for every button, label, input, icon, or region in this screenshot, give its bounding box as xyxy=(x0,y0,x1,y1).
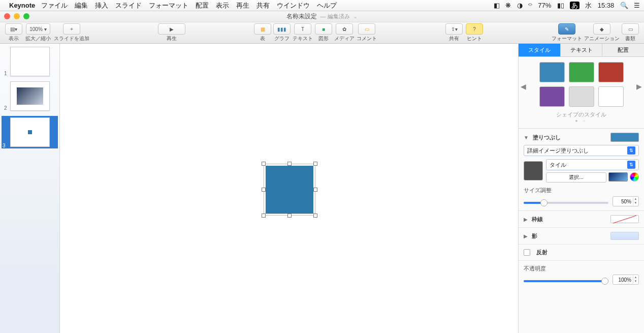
menu-file[interactable]: ファイル xyxy=(41,1,68,10)
stepper-icon[interactable]: ▲▼ xyxy=(633,276,638,284)
battery-percent[interactable]: 77% xyxy=(538,2,551,9)
status-icon-2[interactable]: ❋ xyxy=(505,2,511,9)
tile-dropdown[interactable]: タイル ⇅ xyxy=(546,159,639,170)
zoom-button[interactable]: 100%▾ 拡大／縮小 xyxy=(25,23,51,42)
size-adjust-label: サイズ調整 xyxy=(524,187,639,194)
battery-icon[interactable]: ▮▯ xyxy=(557,2,564,9)
style-swatch-6[interactable] xyxy=(598,86,624,107)
window-title[interactable]: 名称未設定 xyxy=(286,12,317,21)
disclosure-triangle-icon[interactable]: ▶ xyxy=(524,233,528,239)
diamond-icon: ◆ xyxy=(600,26,604,32)
tab-style[interactable]: スタイル xyxy=(519,44,561,56)
media-button[interactable]: ✿メディア xyxy=(334,23,355,42)
style-swatch-4[interactable] xyxy=(539,86,565,107)
status-icon-3[interactable]: ◑ xyxy=(517,2,523,9)
menu-insert[interactable]: 挿入 xyxy=(95,1,108,10)
chart-button[interactable]: ▮▮▮グラフ xyxy=(273,23,291,42)
text-button[interactable]: Tテキスト xyxy=(293,23,313,42)
shadow-preview[interactable] xyxy=(610,232,639,240)
document-inspector-button[interactable]: ▭書類 xyxy=(622,23,639,42)
slide-navigator[interactable]: 1 2 3 xyxy=(0,44,60,333)
app-menu[interactable]: Keynote xyxy=(9,2,35,9)
spotlight-icon[interactable]: 🔍 xyxy=(620,2,628,9)
tint-color-well[interactable] xyxy=(608,172,628,181)
comment-label: コメント xyxy=(357,35,377,42)
resize-handle-s[interactable] xyxy=(287,214,292,218)
title-dropdown-icon[interactable]: ⌄ xyxy=(353,13,358,20)
menu-slide[interactable]: スライド xyxy=(115,1,142,10)
menu-arrange[interactable]: 配置 xyxy=(196,1,209,10)
menu-format[interactable]: フォーマット xyxy=(149,1,188,10)
window-titlebar: 名称未設定 — 編集済み ⌄ xyxy=(0,11,644,22)
style-swatch-5[interactable] xyxy=(569,86,594,107)
slide-thumbnail-3[interactable]: 3 xyxy=(2,116,58,148)
style-swatch-1[interactable] xyxy=(539,62,565,82)
shape-button[interactable]: ■図形 xyxy=(315,23,332,42)
slide-thumbnail-2[interactable]: 2 xyxy=(3,81,56,111)
resize-handle-sw[interactable] xyxy=(262,214,266,218)
shape-icon: ■ xyxy=(322,26,325,32)
share-button[interactable]: ⇪▾共有 xyxy=(445,23,463,42)
status-icon-1[interactable]: ◧ xyxy=(494,2,500,9)
menu-help[interactable]: ヘルプ xyxy=(317,1,337,10)
disclosure-triangle-icon[interactable]: ▼ xyxy=(524,135,529,140)
slide-canvas[interactable] xyxy=(60,44,518,333)
view-button[interactable]: ▤▾ 表示 xyxy=(5,23,22,42)
border-preview[interactable] xyxy=(610,215,639,223)
slide-number: 1 xyxy=(4,71,7,76)
zoom-button[interactable] xyxy=(23,13,29,19)
resize-handle-n[interactable] xyxy=(287,162,292,166)
menu-play[interactable]: 再生 xyxy=(236,1,249,10)
size-value-field[interactable]: 50% ▲▼ xyxy=(613,196,639,206)
opacity-value-field[interactable]: 100% ▲▼ xyxy=(613,275,639,285)
control-center-icon[interactable]: ☰ xyxy=(634,2,640,9)
hint-label: ヒント xyxy=(467,35,482,42)
format-inspector-button[interactable]: ✎フォーマット xyxy=(552,23,582,42)
comment-button[interactable]: ▭コメント xyxy=(357,23,377,42)
window-edited-label: — 編集済み xyxy=(320,13,349,20)
style-swatch-2[interactable] xyxy=(569,62,594,82)
animate-inspector-button[interactable]: ◆アニメーション xyxy=(584,23,620,42)
disclosure-triangle-icon[interactable]: ▶ xyxy=(524,217,528,222)
menu-share[interactable]: 共有 xyxy=(256,1,270,10)
hint-icon: ? xyxy=(473,26,476,32)
slide-thumbnail-1[interactable]: 1 xyxy=(3,47,56,76)
stepper-icon[interactable]: ▲▼ xyxy=(633,197,638,205)
texture-well[interactable] xyxy=(524,161,543,180)
menu-view[interactable]: 表示 xyxy=(216,1,229,10)
table-button[interactable]: ▦表 xyxy=(254,23,271,42)
clock-day[interactable]: 水 xyxy=(585,2,592,9)
resize-handle-nw[interactable] xyxy=(262,162,266,166)
reflection-checkbox[interactable] xyxy=(524,249,530,256)
tab-text[interactable]: テキスト xyxy=(561,44,603,56)
style-swatch-3[interactable] xyxy=(598,62,624,82)
play-button[interactable]: ▶ 再生 xyxy=(158,23,185,42)
resize-handle-se[interactable] xyxy=(313,214,317,218)
document-label: 書類 xyxy=(625,35,635,42)
wifi-icon[interactable]: ⌔ xyxy=(528,2,532,9)
hint-button[interactable]: ?ヒント xyxy=(466,23,483,42)
fill-type-dropdown[interactable]: 詳細イメージ塗りつぶし ⇅ xyxy=(524,145,639,156)
close-button[interactable] xyxy=(4,13,10,19)
add-slide-button[interactable]: ＋ スライドを追加 xyxy=(54,23,89,42)
tab-arrange[interactable]: 配置 xyxy=(602,44,644,56)
fill-color-well[interactable] xyxy=(610,133,639,142)
selected-shape[interactable] xyxy=(266,166,313,214)
shape-styles: ◀ ▶ シェイプのスタイル ● ○ xyxy=(519,57,644,129)
choose-image-button[interactable]: 選択... xyxy=(546,172,606,183)
styles-prev-icon[interactable]: ◀ xyxy=(521,82,526,90)
color-wheel-icon[interactable] xyxy=(630,172,639,181)
opacity-slider[interactable] xyxy=(524,280,608,282)
menu-window[interactable]: ウインドウ xyxy=(277,1,310,10)
ime-indicator[interactable]: あ xyxy=(570,2,579,9)
styles-next-icon[interactable]: ▶ xyxy=(636,82,642,90)
resize-handle-ne[interactable] xyxy=(313,162,317,166)
macos-menubar: Keynote ファイル 編集 挿入 スライド フォーマット 配置 表示 再生 … xyxy=(0,0,644,11)
clock-time[interactable]: 15:38 xyxy=(598,2,615,9)
minimize-button[interactable] xyxy=(14,13,20,19)
reflection-section: 反射 xyxy=(519,245,644,261)
resize-handle-e[interactable] xyxy=(313,188,317,192)
menu-edit[interactable]: 編集 xyxy=(75,1,88,10)
size-slider[interactable] xyxy=(524,202,608,204)
resize-handle-w[interactable] xyxy=(262,188,266,192)
